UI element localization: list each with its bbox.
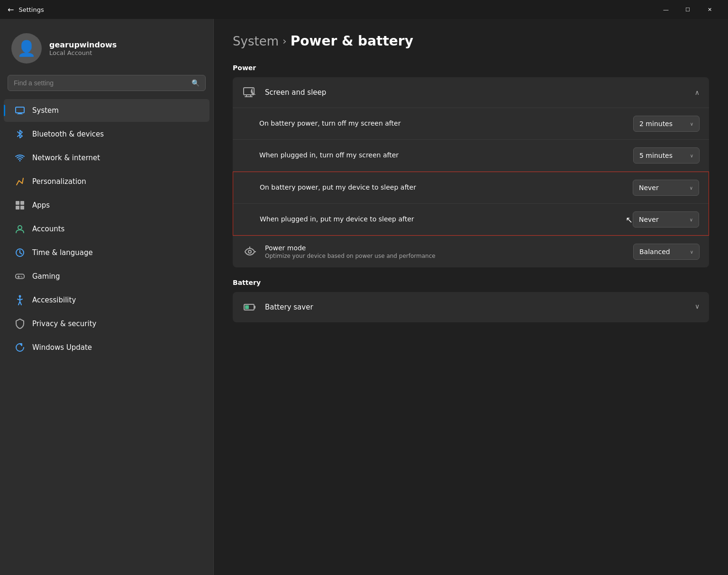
screen-sleep-collapse-icon[interactable]: ∧ [695,89,700,96]
plugged-sleep-dropdown[interactable]: Never ∨ [633,211,699,228]
accessibility-nav-icon [15,295,25,305]
breadcrumb-current: Power & battery [291,33,413,49]
privacy-nav-icon [15,319,25,329]
sidebar-item-gaming[interactable]: Gaming [4,265,209,288]
svg-rect-25 [245,305,249,309]
battery-card: Battery saver ∧ [233,292,709,322]
avatar: 👤 [11,33,42,64]
battery-screen-row: On battery power, turn off my screen aft… [233,108,709,140]
sidebar-label-update: Windows Update [32,343,92,352]
screen-sleep-icon [242,85,257,100]
svg-point-3 [19,160,21,162]
close-button[interactable]: ✕ [699,0,720,19]
svg-rect-0 [16,107,24,113]
sidebar-label-time: Time & language [32,248,93,257]
sidebar-item-privacy[interactable]: Privacy & security [4,312,209,335]
title-bar-controls: — ☐ ✕ [655,0,720,19]
account-type: Local Account [49,49,117,56]
sidebar-label-network: Network & internet [32,154,100,162]
plugged-screen-row: When plugged in, turn off my screen afte… [233,140,709,172]
sidebar-label-accessibility: Accessibility [32,296,76,304]
battery-saver-row[interactable]: Battery saver ∧ [233,292,709,322]
sidebar-item-accounts[interactable]: Accounts [4,218,209,240]
power-mode-subtitle: Optimize your device based on power use … [265,253,626,259]
accounts-nav-icon [15,224,25,234]
battery-section: Battery Battery saver ∧ [233,279,709,322]
sidebar-item-apps[interactable]: Apps [4,194,209,217]
screen-sleep-card: Screen and sleep ∧ On battery power, tur… [233,77,709,267]
svg-rect-4 [16,201,19,205]
battery-sleep-chevron: ∨ [690,185,693,191]
power-mode-icon [242,244,257,259]
battery-screen-dropdown-container: 2 minutes ∨ [633,116,700,132]
sidebar-label-gaming: Gaming [32,272,60,281]
search-icon: 🔍 [191,79,200,87]
sidebar-item-system[interactable]: System [4,99,209,122]
sidebar-label-personalization: Personalization [32,177,86,186]
battery-screen-dropdown[interactable]: 2 minutes ∨ [633,116,700,132]
user-icon: 👤 [17,39,36,57]
plugged-sleep-chevron: ∨ [690,217,693,222]
search-input[interactable] [14,79,188,87]
sidebar-item-bluetooth[interactable]: Bluetooth & devices [4,123,209,146]
gaming-nav-icon [15,272,25,281]
title-bar-title: Settings [18,6,44,13]
plugged-sleep-row: When plugged in, put my device to sleep … [233,204,709,235]
power-mode-dropdown[interactable]: Balanced ∨ [633,244,700,260]
battery-section-label: Battery [233,279,709,286]
screen-sleep-header[interactable]: Screen and sleep ∧ [233,77,709,108]
svg-rect-7 [20,206,24,210]
sidebar: 👤 gearupwindows Local Account 🔍 [0,19,213,575]
maximize-button[interactable]: ☐ [677,0,699,19]
breadcrumb-parent[interactable]: System [233,34,279,48]
plugged-screen-dropdown[interactable]: 5 minutes ∨ [633,147,700,164]
svg-rect-2 [17,114,23,114]
power-mode-value: Balanced [639,248,670,256]
main-layout: 👤 gearupwindows Local Account 🔍 [0,19,728,575]
sidebar-item-personalization[interactable]: Personalization [4,170,209,193]
plugged-screen-chevron: ∨ [690,153,693,158]
battery-sleep-row: On battery power, put my device to sleep… [233,172,709,204]
sidebar-label-system: System [32,106,59,115]
sidebar-label-accounts: Accounts [32,225,64,233]
svg-point-13 [21,276,22,277]
battery-saver-icon [242,300,257,315]
battery-sleep-value: Never [639,184,659,192]
bluetooth-nav-icon [15,129,25,139]
cursor-indicator: ↖ [626,215,633,225]
svg-point-20 [248,250,251,253]
breadcrumb: System › Power & battery [233,33,709,49]
back-arrow[interactable]: ← [8,5,14,14]
sidebar-label-privacy: Privacy & security [32,319,96,328]
minimize-button[interactable]: — [655,0,677,19]
sidebar-item-network[interactable]: Network & internet [4,146,209,169]
search-box[interactable]: 🔍 [8,75,206,91]
user-profile: 👤 gearupwindows Local Account [0,24,213,75]
search-container: 🔍 [0,75,213,99]
svg-rect-24 [254,306,255,309]
plugged-screen-value: 5 minutes [639,152,673,159]
plugged-screen-dropdown-container: 5 minutes ∨ [633,147,700,164]
power-mode-title: Power mode [265,244,626,252]
update-nav-icon [15,343,25,352]
battery-sleep-dropdown[interactable]: Never ∨ [633,180,699,196]
battery-screen-value: 2 minutes [639,120,673,128]
svg-rect-1 [18,113,22,114]
title-bar: ← Settings — ☐ ✕ [0,0,728,19]
plugged-sleep-value: Never [639,216,659,223]
title-bar-left: ← Settings [8,5,44,14]
sidebar-label-bluetooth: Bluetooth & devices [32,130,104,138]
battery-sleep-label: On battery power, put my device to sleep… [260,183,625,192]
screen-sleep-title: Screen and sleep [265,88,326,97]
svg-point-14 [22,277,23,278]
sidebar-label-apps: Apps [32,201,50,210]
sleep-highlighted-section: On battery power, put my device to sleep… [233,172,709,236]
battery-sleep-dropdown-container: Never ∨ [633,180,699,196]
sidebar-item-time[interactable]: Time & language [4,241,209,264]
svg-point-8 [18,226,22,229]
sidebar-item-accessibility[interactable]: Accessibility [4,289,209,311]
power-mode-chevron: ∨ [690,249,693,255]
battery-saver-expand-icon[interactable]: ∧ [695,303,700,311]
system-nav-icon [15,106,25,115]
sidebar-item-update[interactable]: Windows Update [4,336,209,359]
